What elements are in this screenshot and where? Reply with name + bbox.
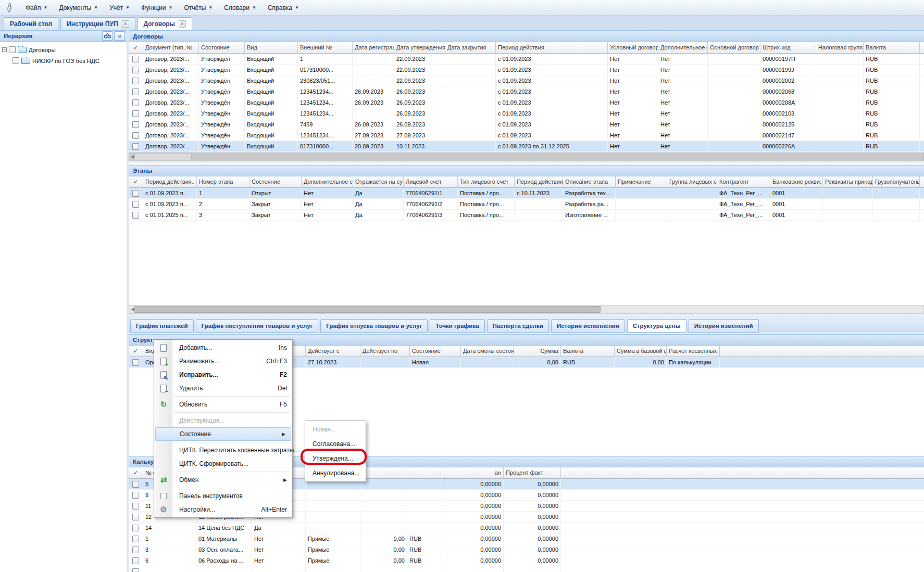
row-checkbox[interactable] — [132, 78, 139, 84]
column-header[interactable]: Состояние — [199, 42, 245, 54]
row-checkbox[interactable] — [132, 88, 139, 95]
menu-item-0[interactable]: Файл▼ — [20, 2, 53, 14]
detail-tab-1[interactable]: График поступления товаров и услуг — [196, 319, 319, 333]
column-header[interactable]: Дополнительное с — [658, 42, 708, 54]
column-header[interactable]: Описание этапа — [563, 176, 616, 188]
detail-tab-3[interactable]: Точки графика — [430, 319, 484, 333]
menu-item-5[interactable]: Словари▼ — [218, 2, 262, 14]
column-header[interactable]: Валюта — [864, 42, 920, 54]
column-header[interactable]: Дополнительное с — [302, 176, 353, 188]
row-checkbox[interactable] — [132, 546, 139, 553]
column-header[interactable]: Отражается на су — [353, 176, 404, 188]
column-header[interactable]: Примечание — [616, 176, 667, 188]
column-header[interactable]: Контрагент — [717, 176, 770, 188]
tree-checkbox[interactable] — [9, 46, 16, 53]
context-menu-item-16[interactable]: ⚙Настройки...Alt+Enter — [154, 503, 292, 516]
context-menu-item-2[interactable]: ✎Исправить...F2 — [154, 368, 292, 382]
column-header[interactable]: Валюта — [561, 346, 615, 357]
table-row[interactable]: с 01.01.2025 п...3ЗакрытНетДа7706406291\… — [129, 210, 924, 221]
column-header[interactable]: Процент факт — [504, 467, 561, 479]
tree-expander-icon[interactable]: − — [2, 47, 7, 52]
context-menu-item-5[interactable]: ↻ОбновитьF5 — [154, 398, 292, 411]
column-header[interactable]: Дата регистрации. — [353, 42, 394, 54]
context-menu-item-8[interactable]: Состояние▶ — [155, 427, 291, 441]
tree-node-1[interactable]: НИОКР по ГОЗ без НДС — [1, 55, 126, 66]
detail-tab-0[interactable]: График платежей — [130, 319, 194, 333]
table-row[interactable]: Договор, 2023/...УтверждёнВходящий017310… — [129, 65, 924, 75]
column-header[interactable]: Дата закрытия — [445, 42, 496, 54]
column-header[interactable]: Условный договор — [608, 42, 658, 54]
column-header[interactable]: Состояние — [249, 176, 302, 188]
column-header[interactable]: Период действия д — [515, 176, 563, 188]
table-row[interactable]: 606 Расходы на ...НетПрямые0,00RUB0,0000… — [129, 555, 924, 566]
tab-1[interactable]: Инструкции ПУП× — [60, 17, 135, 30]
context-menu-item-0[interactable]: Добавить...Ins — [154, 341, 292, 354]
table-row[interactable]: Договор, 2023/...УтверждёнВходящий123451… — [129, 130, 924, 141]
row-checkbox[interactable] — [132, 481, 139, 488]
menu-item-3[interactable]: Функции▼ — [135, 2, 178, 14]
column-header[interactable]: Группа лицевых сч — [667, 176, 717, 188]
menu-item-1[interactable]: Документы▼ — [53, 2, 104, 14]
row-checkbox[interactable] — [132, 201, 139, 208]
menu-item-6[interactable]: Справка▼ — [262, 2, 305, 14]
column-header[interactable]: ✓ — [129, 467, 143, 479]
column-header[interactable]: ✓ — [129, 42, 143, 54]
row-checkbox[interactable] — [132, 190, 139, 197]
column-header[interactable]: Состояние — [410, 346, 461, 357]
column-header[interactable]: ан — [441, 467, 504, 479]
context-menu-item-1[interactable]: +Размножить...Ctrl+F3 — [154, 354, 292, 368]
close-icon[interactable]: × — [179, 20, 186, 28]
column-header[interactable]: Лицевой счёт — [404, 176, 458, 188]
column-header[interactable]: Документ (тип, № — [143, 42, 199, 54]
tab-0[interactable]: Рабочий стол — [4, 17, 58, 30]
contracts-hscrollbar[interactable]: ◄ — [129, 152, 924, 161]
table-row[interactable]: 1414 Цена без НДСДа0,000000,00000 — [129, 523, 924, 533]
context-menu-item-15[interactable]: Панель инструментов — [154, 489, 292, 503]
row-checkbox[interactable] — [132, 212, 139, 219]
table-row[interactable]: Договор, 2023/...УтверждёнВходящий123451… — [129, 86, 924, 97]
column-header[interactable]: Вид — [245, 42, 298, 54]
tree-checkbox[interactable] — [13, 57, 19, 64]
column-header[interactable]: Тип лицевого счёт — [458, 176, 515, 188]
column-header[interactable]: Банковские рекви: — [770, 176, 823, 188]
row-checkbox[interactable] — [132, 121, 139, 128]
table-row[interactable]: 101 МатериалыНетПрямые0,00RUB0,000000,00… — [129, 533, 924, 544]
tab-2[interactable]: Договоры× — [138, 17, 192, 30]
table-row[interactable]: Договор, 2023/...УтверждёнВходящий017310… — [129, 141, 924, 152]
menu-item-2[interactable]: Учёт▼ — [104, 2, 135, 14]
column-header[interactable]: Номер этапа — [197, 176, 249, 188]
submenu-item-3[interactable]: Аннулирована... — [305, 466, 366, 480]
row-checkbox[interactable] — [132, 56, 139, 62]
column-header[interactable]: Расчёт косвенных — [667, 346, 720, 357]
table-row[interactable] — [129, 566, 924, 572]
scrollbar-thumb[interactable] — [134, 306, 601, 313]
column-header[interactable]: Действует с — [306, 346, 360, 357]
column-header[interactable]: Период действия — [496, 42, 608, 54]
row-checkbox[interactable] — [132, 568, 139, 572]
row-checkbox[interactable] — [132, 557, 139, 564]
column-header[interactable]: Дата смены состоя — [461, 346, 514, 357]
column-header[interactable]: ✓ — [129, 346, 143, 357]
row-checkbox[interactable] — [132, 514, 139, 520]
column-header[interactable]: Налоговая группа. — [816, 42, 864, 54]
search-button[interactable] — [102, 31, 113, 41]
table-row[interactable]: с 01.09.2023 п...1ОткрытНетДа7706406291\… — [129, 188, 924, 199]
column-header[interactable]: Дата утверждения — [394, 42, 445, 54]
table-row[interactable]: Договор, 2023/...УтверждёнВходящий230823… — [129, 75, 924, 86]
stages-hscrollbar[interactable]: ◄ — [129, 305, 924, 314]
row-checkbox[interactable] — [132, 67, 139, 73]
column-header[interactable]: Период действия.. — [143, 176, 197, 188]
table-row[interactable]: Договор, 2023/...УтверждёнВходящий745926… — [129, 119, 924, 130]
table-row[interactable]: 303 Осн. оплата...НетПрямые0,00RUB0,0000… — [129, 544, 924, 555]
column-header[interactable] — [360, 467, 407, 479]
column-header[interactable]: Внешний № — [298, 42, 353, 54]
detail-tab-7[interactable]: История изменений — [689, 319, 759, 333]
menu-item-4[interactable]: Отчёты▼ — [178, 2, 218, 14]
close-icon[interactable]: × — [122, 20, 129, 28]
column-header[interactable]: Грузополучатель — [873, 176, 920, 188]
column-header[interactable]: Сумма — [514, 346, 561, 357]
column-header[interactable]: Штрих-код — [760, 42, 816, 54]
column-header[interactable]: Действует по — [360, 346, 410, 357]
row-checkbox[interactable] — [132, 536, 139, 542]
table-row[interactable]: Договор, 2023/...УтверждёнВходящий122.09… — [129, 54, 924, 65]
